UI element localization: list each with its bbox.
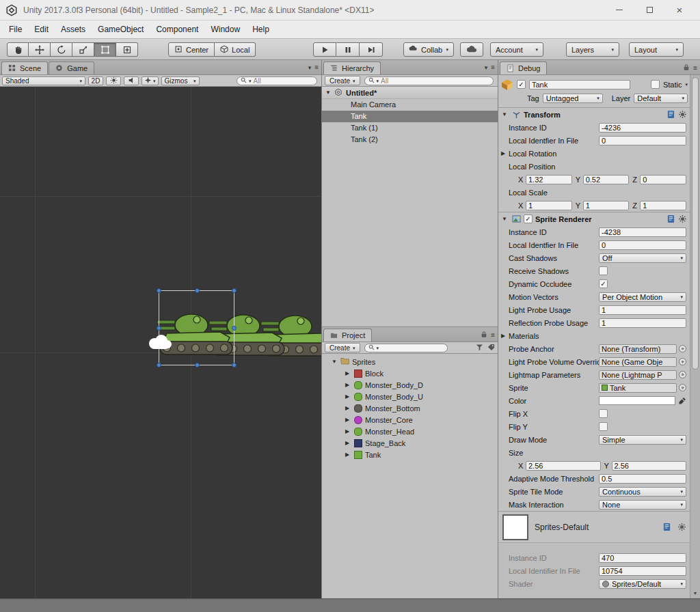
vector-component-field[interactable]: 1.32 [526,175,572,184]
dropdown[interactable]: Off▾ [599,253,686,263]
gameobject-name-field[interactable]: Tank [529,80,630,89]
menu-component[interactable]: Component [150,21,204,38]
scrollbar-down-arrow-icon[interactable]: ▼ [691,589,699,598]
foldout-closed-icon[interactable]: ▶ [345,370,351,376]
project-search-input[interactable]: ▾ [364,344,448,352]
selection-handle[interactable] [195,288,200,293]
foldout-open-icon[interactable]: ▼ [502,216,509,222]
panel-dropdown-icon[interactable]: ▾ [485,64,488,71]
gear-icon[interactable] [677,523,686,531]
scale-tool-button[interactable] [72,42,94,57]
pause-button[interactable] [336,42,360,57]
rotate-tool-button[interactable] [51,42,72,57]
object-field[interactable]: None (Transform) [599,344,677,354]
shading-mode-dropdown[interactable]: Shaded ▾ [2,76,85,85]
play-button[interactable] [313,42,336,57]
hierarchy-item-tank-1[interactable]: Tank (1) [322,122,498,134]
text-field[interactable]: -4236 [599,123,686,133]
scene-viewport[interactable] [0,87,321,598]
dropdown[interactable]: Continuous▾ [599,487,686,497]
project-item-tank[interactable]: ▶Tank [322,449,498,460]
move-tool-button[interactable] [29,42,51,57]
panel-menu-icon[interactable]: ≡ [314,64,319,71]
selection-handle[interactable] [157,288,161,293]
foldout-closed-icon[interactable]: ▶ [345,451,351,458]
text-field[interactable]: 10754 [599,566,686,576]
scene-search-input[interactable]: ▾ All [237,76,317,85]
dropdown[interactable]: Simple▾ [599,435,686,445]
panel-dropdown-icon[interactable]: ▾ [308,64,312,71]
component-enabled-checkbox[interactable]: ✓ [524,214,533,223]
selection-handle[interactable] [195,363,200,367]
gear-icon[interactable] [678,110,687,119]
material-header[interactable]: Sprites-Default [498,511,690,542]
object-picker-icon[interactable] [679,358,686,365]
scrollbar-thumb[interactable] [692,77,699,370]
tab-project[interactable]: Project [323,329,372,342]
vector-component-field[interactable]: 0.52 [583,175,630,184]
text-field[interactable]: 0.5 [599,474,686,484]
help-book-icon[interactable] [667,110,675,119]
layers-dropdown[interactable]: Layers ▾ [566,42,619,57]
transform-tool-button[interactable] [116,42,138,57]
audio-toggle-button[interactable] [124,76,139,85]
vector-component-field[interactable]: 1 [583,201,630,210]
project-item-monster-body-u[interactable]: ▶Monster_Body_U [322,391,498,402]
close-button[interactable]: × [664,0,695,20]
text-field[interactable]: 0 [599,136,686,145]
checkbox[interactable] [599,422,608,431]
gizmos-dropdown[interactable]: Gizmos ▾ [161,76,200,85]
vector-component-field[interactable]: 1 [640,201,686,210]
selection-handle[interactable] [157,326,161,331]
panel-menu-icon[interactable]: ≡ [491,64,495,71]
hierarchy-item-tank-2[interactable]: Tank (2) [322,134,498,145]
object-picker-icon[interactable] [679,371,686,378]
pivot-local-button[interactable]: Local [215,42,256,57]
minimize-button[interactable] [604,0,634,20]
tab-debug[interactable]: Debug [500,61,547,74]
vector-component-field[interactable]: 2.56 [612,461,687,471]
project-item-monster-core[interactable]: ▶Monster_Core [322,414,498,426]
object-picker-icon[interactable] [679,384,686,391]
selection-handle[interactable] [232,326,237,331]
foldout-closed-icon[interactable]: ▶ [345,393,351,400]
tab-game[interactable]: Game [49,61,94,74]
layer-dropdown[interactable]: Default ▾ [634,94,688,103]
hierarchy-create-button[interactable]: Create ▾ [325,76,360,85]
object-field[interactable]: None (Lightmap P [599,370,677,380]
text-field[interactable]: 1 [599,318,686,328]
eyedropper-icon[interactable] [678,397,686,405]
step-button[interactable] [360,42,383,57]
vector-component-field[interactable]: 0 [640,175,686,184]
checkbox[interactable] [599,266,608,275]
selection-handle[interactable] [232,363,237,367]
tab-scene[interactable]: Scene [1,61,48,74]
panel-menu-icon[interactable]: ≡ [491,331,495,339]
layout-dropdown[interactable]: Layout ▾ [629,42,684,57]
menu-file[interactable]: File [3,21,28,38]
selection-handle[interactable] [157,363,161,367]
tab-hierarchy[interactable]: Hierarchy [323,61,381,74]
foldout-open-icon[interactable]: ▼ [325,89,332,96]
project-folder-sprites[interactable]: ▼ Sprites [322,356,498,367]
rect-tool-button[interactable] [94,42,116,57]
checkbox[interactable]: ✓ [599,279,608,288]
object-field[interactable]: None (Game Obje [599,357,677,367]
hand-tool-button[interactable] [7,42,29,57]
lock-icon[interactable] [481,331,487,339]
menu-help[interactable]: Help [246,21,275,38]
foldout-closed-icon[interactable]: ▶ [345,440,351,446]
lighting-toggle-button[interactable] [106,76,121,85]
color-swatch[interactable] [599,396,675,405]
scene-root-row[interactable]: ▼ Untitled* [322,87,498,99]
inspector-scrollbar[interactable]: ▼ [690,75,700,598]
static-checkbox[interactable] [651,80,660,89]
foldout-closed-icon[interactable]: ▶ [345,417,351,423]
cloud-button[interactable] [460,42,483,57]
text-field[interactable]: -4238 [599,227,686,237]
menu-window[interactable]: Window [204,21,246,38]
menu-assets[interactable]: Assets [55,21,92,38]
account-dropdown[interactable]: Account ▾ [490,42,543,57]
vector-component-field[interactable]: 2.56 [526,461,601,471]
help-book-icon[interactable] [662,523,671,531]
